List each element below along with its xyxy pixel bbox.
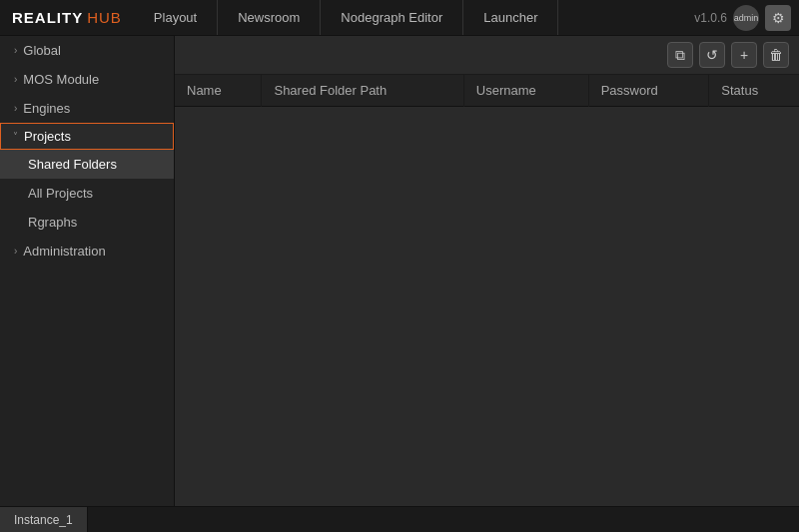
sidebar-item-label: Projects (24, 129, 71, 144)
chevron-icon: › (14, 45, 17, 56)
sidebar-item-rgraphs[interactable]: Rgraphs (0, 208, 174, 237)
nav-tab-launcher[interactable]: Launcher (463, 0, 558, 35)
nav-right: v1.0.6 admin ⚙ (686, 0, 799, 35)
add-button[interactable]: + (731, 42, 757, 68)
logo-reality: REALITY (12, 9, 83, 26)
sidebar-item-label: Administration (23, 244, 105, 259)
sidebar: › Global › MOS Module › Engines ˅ Projec… (0, 36, 175, 506)
sidebar-item-label: Global (23, 43, 61, 58)
nav-tabs: Playout Newsroom Nodegraph Editor Launch… (134, 0, 686, 35)
instance-label: Instance_1 (14, 513, 73, 527)
col-status: Status (709, 75, 799, 107)
sidebar-item-label: Shared Folders (28, 157, 117, 172)
copy-icon: ⧉ (675, 47, 685, 64)
version-label: v1.0.6 (694, 11, 727, 25)
sidebar-item-label: Engines (23, 101, 70, 116)
bottom-bar: Instance_1 (0, 506, 799, 532)
instance-tab[interactable]: Instance_1 (0, 507, 88, 532)
refresh-button[interactable]: ↺ (699, 42, 725, 68)
table-container: Name Shared Folder Path Username Passwor… (175, 75, 799, 506)
col-password: Password (588, 75, 709, 107)
chevron-icon: › (14, 74, 17, 85)
main-area: › Global › MOS Module › Engines ˅ Projec… (0, 36, 799, 506)
gear-icon: ⚙ (772, 10, 785, 26)
col-shared-folder-path: Shared Folder Path (262, 75, 463, 107)
copy-button[interactable]: ⧉ (667, 42, 693, 68)
sidebar-item-engines[interactable]: › Engines (0, 94, 174, 123)
table-header-row: Name Shared Folder Path Username Passwor… (175, 75, 799, 107)
add-icon: + (740, 47, 748, 63)
sidebar-item-global[interactable]: › Global (0, 36, 174, 65)
delete-icon: 🗑 (769, 47, 783, 63)
sidebar-item-shared-folders[interactable]: Shared Folders (0, 150, 174, 179)
delete-button[interactable]: 🗑 (763, 42, 789, 68)
chevron-icon: ˅ (13, 131, 18, 142)
sidebar-item-mos-module[interactable]: › MOS Module (0, 65, 174, 94)
col-username: Username (463, 75, 588, 107)
sidebar-item-administration[interactable]: › Administration (0, 237, 174, 266)
content-area: ⧉ ↺ + 🗑 Name Shared Folder Path Username (175, 36, 799, 506)
sidebar-item-projects[interactable]: ˅ Projects (0, 123, 174, 150)
chevron-icon: › (14, 103, 17, 114)
sidebar-item-label: All Projects (28, 186, 93, 201)
logo-hub: HUB (87, 9, 122, 26)
nav-tab-playout[interactable]: Playout (134, 0, 218, 35)
logo: REALITY HUB (0, 0, 134, 35)
top-nav: REALITY HUB Playout Newsroom Nodegraph E… (0, 0, 799, 36)
shared-folders-table: Name Shared Folder Path Username Passwor… (175, 75, 799, 107)
refresh-icon: ↺ (706, 47, 718, 63)
user-avatar[interactable]: admin (733, 5, 759, 31)
sidebar-item-all-projects[interactable]: All Projects (0, 179, 174, 208)
sidebar-item-label: Rgraphs (28, 215, 77, 230)
chevron-icon: › (14, 246, 17, 257)
nav-tab-newsroom[interactable]: Newsroom (218, 0, 321, 35)
sidebar-item-label: MOS Module (23, 72, 99, 87)
gear-button[interactable]: ⚙ (765, 5, 791, 31)
user-label: admin (734, 13, 759, 23)
nav-tab-nodegraph-editor[interactable]: Nodegraph Editor (321, 0, 463, 35)
toolbar: ⧉ ↺ + 🗑 (175, 36, 799, 75)
col-name: Name (175, 75, 262, 107)
